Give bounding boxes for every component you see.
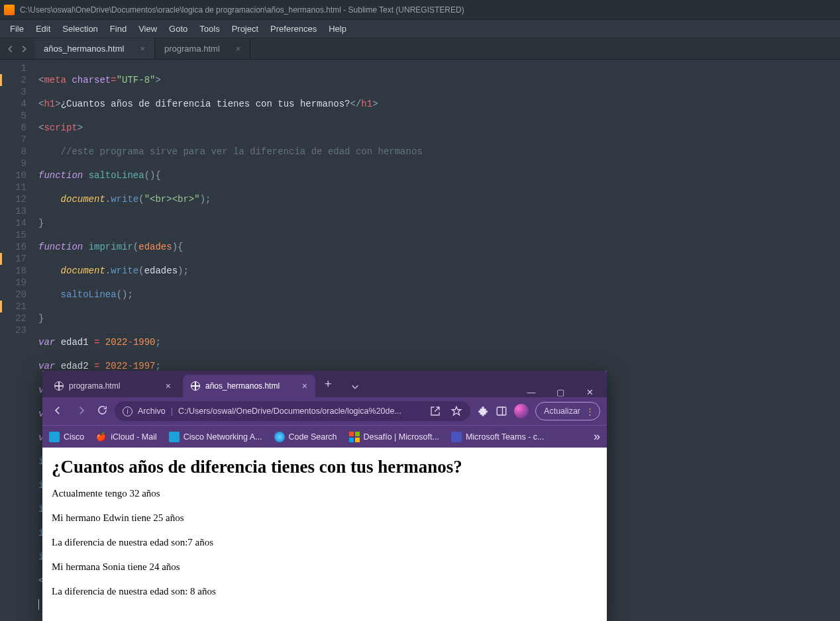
tab-anos-hermanos[interactable]: años_hermanos.html ×	[34, 38, 155, 59]
tab-close-icon[interactable]: ×	[294, 381, 307, 391]
update-button[interactable]: Actualizar ⋮	[535, 402, 600, 420]
browser-tab-anos[interactable]: años_hermanos.html ×	[183, 375, 315, 397]
menu-preferences[interactable]: Preferences	[264, 21, 323, 36]
bookmark-teams[interactable]: Microsoft Teams - c...	[451, 432, 545, 442]
sublime-titlebar: C:\Users\oswal\OneDrive\Documentos\oracl…	[0, 0, 840, 20]
line-number: 18	[0, 265, 26, 277]
menu-selection[interactable]: Selection	[56, 21, 103, 36]
sublime-tabrow: años_hermanos.html × programa.html ×	[0, 38, 840, 60]
tab-close-icon[interactable]: ×	[236, 44, 241, 54]
menu-edit[interactable]: Edit	[30, 21, 56, 36]
sublime-nav-arrows	[0, 38, 34, 59]
sublime-menubar: File Edit Selection Find View Goto Tools…	[0, 20, 840, 38]
bookmark-cisco[interactable]: Cisco	[49, 432, 84, 442]
page-line: Actualmente tengo 32 años	[52, 488, 598, 499]
line-number: 4	[0, 98, 26, 110]
info-icon[interactable]: i	[123, 406, 132, 416]
browser-tab-programa[interactable]: programa.html ×	[46, 375, 179, 397]
menu-dots-icon[interactable]: ⋮	[586, 406, 596, 416]
bookmark-desafio[interactable]: Desafío | Microsoft...	[349, 432, 439, 442]
line-number: 20	[0, 289, 26, 301]
menu-file[interactable]: File	[4, 21, 30, 36]
extensions-icon[interactable]	[477, 405, 489, 417]
page-line: Mi hermana Sonia tiene 24 años	[52, 561, 598, 573]
bookmark-cisco-net[interactable]: Cisco Networking A...	[169, 432, 262, 442]
globe-icon	[191, 381, 200, 391]
line-number: 11	[0, 181, 26, 193]
close-icon[interactable]: ✕	[575, 387, 604, 397]
line-number: 3	[0, 86, 26, 98]
page-line: La diferencia de nuestra edad son:7 años	[52, 537, 598, 548]
line-number: 9	[0, 158, 26, 169]
back-button[interactable]	[49, 405, 66, 418]
browser-page: ¿Cuantos años de diferencia tienes con t…	[42, 448, 607, 621]
menu-help[interactable]: Help	[323, 21, 352, 36]
line-number: 7	[0, 134, 26, 146]
browser-tabstrip: programa.html × años_hermanos.html × + —…	[42, 371, 607, 397]
menu-project[interactable]: Project	[226, 21, 264, 36]
share-icon[interactable]	[429, 405, 441, 417]
update-label: Actualizar	[544, 406, 580, 416]
modified-marker	[0, 301, 2, 312]
tab-search-icon[interactable]	[350, 382, 360, 397]
maximize-icon[interactable]: ▢	[546, 387, 575, 397]
line-number: 10	[0, 169, 26, 181]
menu-find[interactable]: Find	[104, 21, 132, 36]
bookmarks-overflow-icon[interactable]: »	[594, 430, 600, 444]
menu-goto[interactable]: Goto	[163, 21, 193, 36]
line-number: 2	[0, 74, 26, 86]
globe-icon	[54, 381, 64, 391]
nav-fwd-icon[interactable]	[19, 44, 28, 54]
svg-rect-4	[349, 438, 354, 442]
page-line: La diferencia de nuestra edad son: 8 año…	[52, 586, 598, 597]
sublime-app-icon	[4, 5, 15, 15]
line-number: 1	[0, 62, 26, 74]
line-number: 8	[0, 146, 26, 158]
tab-label: programa.html	[164, 44, 220, 54]
window-controls: — ▢ ✕	[517, 387, 607, 397]
sidepanel-icon[interactable]	[496, 405, 507, 417]
profile-avatar[interactable]	[514, 404, 529, 418]
line-number: 21	[0, 301, 26, 312]
menu-tools[interactable]: Tools	[193, 21, 225, 36]
svg-rect-2	[349, 432, 354, 436]
browser-toolbar: i Archivo | C:/Users/oswal/OneDrive/Docu…	[42, 397, 607, 425]
line-number: 13	[0, 205, 26, 217]
url-scheme-label: Archivo	[138, 406, 166, 416]
line-number: 14	[0, 217, 26, 229]
browser-tab-label: programa.html	[69, 381, 120, 391]
line-number: 16	[0, 241, 26, 253]
line-number: 19	[0, 277, 26, 289]
nav-back-icon[interactable]	[6, 44, 15, 54]
bookmarks-bar: Cisco 🍎iCloud - Mail Cisco Networking A.…	[42, 425, 607, 448]
menu-view[interactable]: View	[132, 21, 163, 36]
line-number: 12	[0, 193, 26, 205]
modified-marker	[0, 74, 2, 86]
line-number: 22	[0, 312, 26, 324]
tab-close-icon[interactable]: ×	[158, 381, 171, 391]
tab-close-icon[interactable]: ×	[140, 44, 145, 54]
line-number: 5	[0, 110, 26, 122]
reload-button[interactable]	[97, 405, 108, 418]
tab-programa[interactable]: programa.html ×	[155, 38, 250, 59]
forward-button[interactable]	[73, 405, 90, 418]
svg-rect-5	[355, 438, 360, 442]
text-cursor	[38, 599, 39, 610]
browser-window: programa.html × años_hermanos.html × + —…	[42, 371, 607, 621]
page-line: Mi hermano Edwin tiene 25 años	[52, 512, 598, 524]
line-number: 23	[0, 324, 26, 336]
new-tab-button[interactable]: +	[315, 377, 341, 391]
svg-rect-3	[355, 432, 360, 436]
page-heading: ¿Cuantos años de diferencia tienes con t…	[52, 457, 598, 477]
star-icon[interactable]	[450, 405, 462, 417]
svg-rect-0	[497, 407, 506, 415]
bookmark-icloud[interactable]: 🍎iCloud - Mail	[96, 432, 156, 442]
url-text: C:/Users/oswal/OneDrive/Documentos/oracl…	[178, 406, 420, 416]
address-bar[interactable]: i Archivo | C:/Users/oswal/OneDrive/Docu…	[115, 401, 470, 421]
line-number: 6	[0, 122, 26, 134]
minimize-icon[interactable]: —	[517, 387, 546, 397]
line-number: 15	[0, 229, 26, 241]
line-number: 17	[0, 253, 26, 265]
bookmark-codesearch[interactable]: Code Search	[274, 432, 337, 442]
line-number-gutter: 1 2 3 4 5 6 7 8 9 10 11 12 13 14 15 16 1…	[0, 60, 33, 621]
